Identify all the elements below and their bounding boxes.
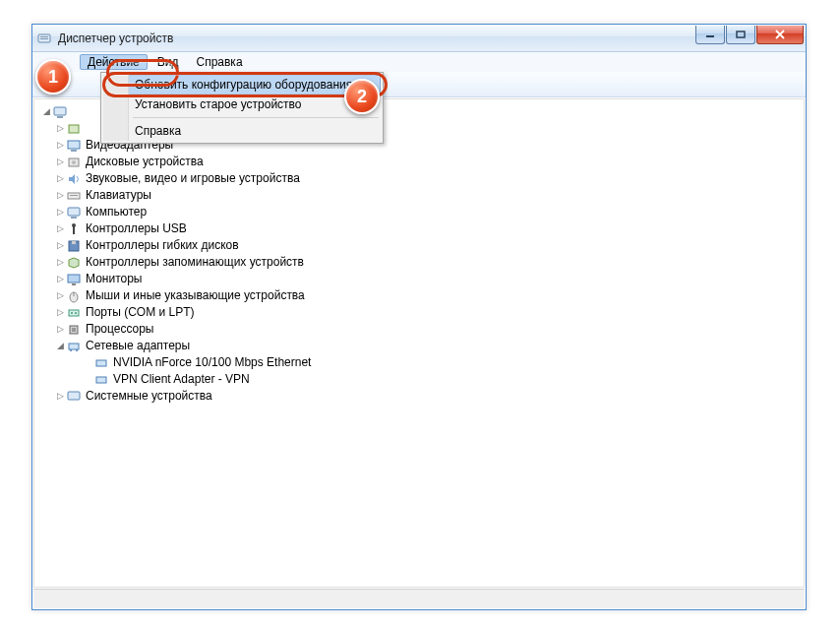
menubar: Действие Вид Справка xyxy=(32,52,806,72)
tree-label: Дисковые устройства xyxy=(86,154,204,170)
svg-rect-4 xyxy=(737,31,745,37)
storage-icon xyxy=(66,255,82,271)
minimize-button[interactable] xyxy=(695,26,725,44)
collapse-icon[interactable]: ◢ xyxy=(54,338,66,354)
svg-rect-13 xyxy=(70,195,78,196)
keyboard-icon xyxy=(66,188,82,204)
menu-item-install-legacy[interactable]: Установить старое устройство xyxy=(103,94,381,114)
svg-rect-20 xyxy=(68,275,80,283)
expand-icon[interactable]: ▷ xyxy=(54,204,66,220)
tree-pane[interactable]: ◢ ▷ ... ▷Видеоадаптеры▷Дисковые устройст… xyxy=(33,98,805,588)
svg-point-26 xyxy=(75,312,77,314)
tree-item[interactable]: ▷Процессоры xyxy=(40,321,804,338)
expand-icon[interactable]: ▷ xyxy=(54,237,66,254)
menu-help[interactable]: Справка xyxy=(188,54,250,70)
mouse-icon xyxy=(66,288,82,304)
menu-separator xyxy=(133,117,379,118)
tree-item[interactable]: ▷Контроллеры USB xyxy=(40,220,804,237)
tree-item-nic-0[interactable]: NVIDIA nForce 10/100 Mbps Ethernet xyxy=(40,354,804,371)
svg-rect-9 xyxy=(71,150,77,152)
expand-icon[interactable]: ▷ xyxy=(54,137,66,154)
tree-item[interactable]: ▷Порты (COM и LPT) xyxy=(40,304,804,321)
tree-item[interactable]: ▷Компьютер xyxy=(40,204,804,220)
expand-icon[interactable]: ▷ xyxy=(54,254,66,271)
expand-icon[interactable]: ▷ xyxy=(54,220,66,237)
svg-rect-17 xyxy=(73,226,75,234)
svg-rect-6 xyxy=(57,116,63,118)
titlebar[interactable]: Диспетчер устройств xyxy=(32,25,806,52)
tree-item[interactable]: ▷Мыши и иные указывающие устройства xyxy=(40,287,804,304)
svg-rect-33 xyxy=(96,377,106,383)
disk-icon xyxy=(66,155,82,170)
tree-item-nic-1[interactable]: VPN Client Adapter - VPN xyxy=(40,371,804,388)
expand-icon[interactable]: ▷ xyxy=(54,271,66,287)
tree-label: Контроллеры запоминающих устройств xyxy=(86,254,304,271)
expand-icon[interactable]: ▷ xyxy=(54,304,66,321)
tree-item-system[interactable]: ▷ Системные устройства xyxy=(40,388,804,405)
menu-action[interactable]: Действие xyxy=(80,54,148,70)
expand-icon[interactable]: ▷ xyxy=(54,321,66,338)
tree-label: Порты (COM и LPT) xyxy=(86,304,195,321)
tree-label: Контроллеры гибких дисков xyxy=(86,237,239,254)
svg-rect-29 xyxy=(69,344,79,349)
expand-icon[interactable]: ◢ xyxy=(40,103,52,120)
network-icon xyxy=(66,339,82,354)
svg-rect-2 xyxy=(40,38,48,39)
tree-label: Процессоры xyxy=(86,321,154,338)
expand-icon[interactable]: ▷ xyxy=(54,170,66,187)
svg-rect-3 xyxy=(706,35,714,37)
svg-rect-19 xyxy=(72,241,76,244)
tree-label: NVIDIA nForce 10/100 Mbps Ethernet xyxy=(113,354,311,371)
svg-rect-1 xyxy=(40,36,48,37)
expand-icon[interactable]: ▷ xyxy=(54,287,66,304)
svg-rect-32 xyxy=(96,360,106,366)
expand-icon[interactable]: ▷ xyxy=(54,388,66,405)
tree-item[interactable]: ▷Клавиатуры xyxy=(40,187,804,204)
menu-item-refresh-hardware[interactable]: Обновить конфигурацию оборудования xyxy=(103,75,381,94)
expand-icon[interactable]: ▷ xyxy=(54,154,66,170)
svg-point-31 xyxy=(76,349,78,351)
expand-icon[interactable]: ▷ xyxy=(54,187,66,204)
callout-2: 2 xyxy=(344,79,380,114)
menu-view[interactable]: Вид xyxy=(150,54,187,70)
menu-item-help[interactable]: Справка xyxy=(103,121,381,141)
expand-icon[interactable]: ▷ xyxy=(54,120,66,137)
tree-label: Звуковые, видео и игровые устройства xyxy=(86,170,300,187)
svg-point-30 xyxy=(70,349,72,351)
tree-item[interactable]: ▷Контроллеры запоминающих устройств xyxy=(40,254,804,271)
computer-icon xyxy=(52,104,68,120)
tree-label: Сетевые адаптеры xyxy=(86,338,190,354)
svg-rect-34 xyxy=(68,392,80,400)
nic-icon xyxy=(93,355,109,371)
tree-label: VPN Client Adapter - VPN xyxy=(113,371,250,388)
svg-point-11 xyxy=(72,160,76,164)
tree-item[interactable]: ▷Дисковые устройства xyxy=(40,154,804,170)
tree-label: Контроллеры USB xyxy=(86,220,187,237)
svg-rect-14 xyxy=(68,208,80,216)
computer-icon xyxy=(66,205,82,220)
close-button[interactable] xyxy=(756,26,804,44)
tree-label: Компьютер xyxy=(86,204,147,220)
tree-label: Системные устройства xyxy=(86,388,212,405)
svg-rect-28 xyxy=(72,328,76,332)
svg-rect-5 xyxy=(54,107,66,115)
tree-item-network[interactable]: ◢ Сетевые адаптеры xyxy=(40,338,804,354)
tree-label: Мыши и иные указывающие устройства xyxy=(86,287,305,304)
nic-icon xyxy=(93,372,109,388)
floppy-icon xyxy=(66,238,82,254)
callout-1: 1 xyxy=(35,59,71,94)
device-icon xyxy=(66,121,82,137)
svg-point-25 xyxy=(71,312,73,314)
tree-item[interactable]: ▷Контроллеры гибких дисков xyxy=(40,237,804,254)
device-tree: ◢ ▷ ... ▷Видеоадаптеры▷Дисковые устройст… xyxy=(34,99,804,408)
window-title: Диспетчер устройств xyxy=(58,31,695,45)
tree-item[interactable]: ▷Мониторы xyxy=(40,271,804,287)
monitor-icon xyxy=(66,272,82,287)
maximize-button[interactable] xyxy=(726,26,755,44)
menu-gutter xyxy=(103,75,129,141)
svg-rect-7 xyxy=(69,125,79,133)
system-icon xyxy=(66,389,82,405)
tree-item[interactable]: ▷Звуковые, видео и игровые устройства xyxy=(40,170,804,187)
svg-rect-24 xyxy=(69,310,79,316)
cpu-icon xyxy=(66,322,82,338)
